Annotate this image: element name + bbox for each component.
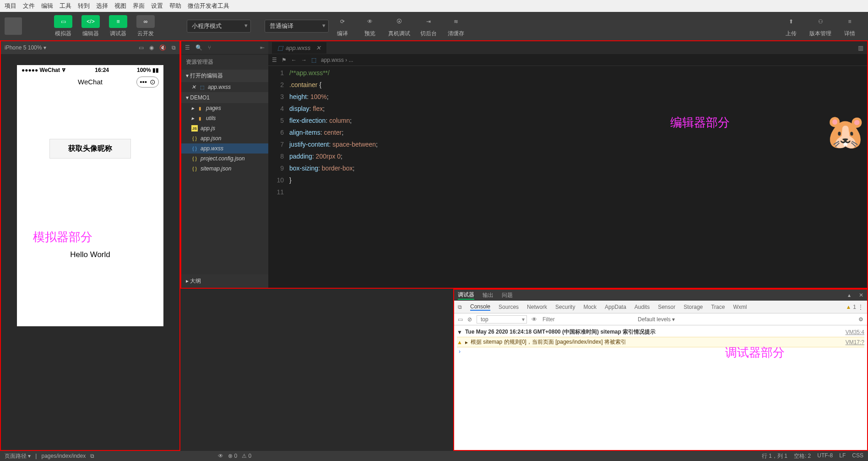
compile-button[interactable]: ⟳编译: [329, 15, 356, 38]
dbg-tab-调试器[interactable]: 调试器: [458, 291, 474, 300]
bookmark-icon[interactable]: ☰: [272, 57, 277, 63]
editor-toggle[interactable]: </>编辑器: [77, 15, 104, 38]
cloud-dev-button[interactable]: ∞云开发: [132, 15, 159, 38]
preview-button[interactable]: 👁预览: [356, 15, 384, 38]
upload-button[interactable]: ⬆上传: [777, 15, 805, 38]
close-tab-icon[interactable]: ✕: [316, 44, 321, 51]
language-mode[interactable]: CSS: [852, 452, 863, 460]
devtools-tab-sources[interactable]: Sources: [499, 304, 519, 310]
dbg-tab-输出[interactable]: 输出: [483, 291, 494, 299]
devtools-tab-appdata[interactable]: AppData: [605, 304, 626, 310]
annotation-simulator: 模拟器部分: [33, 229, 92, 245]
menu-设置[interactable]: 设置: [151, 2, 163, 10]
page-path[interactable]: pages/index/index: [41, 453, 86, 459]
devtools-icon[interactable]: ⧉: [458, 304, 462, 310]
capsule-menu[interactable]: •••⊙: [136, 77, 159, 88]
get-avatar-button[interactable]: 获取头像昵称: [49, 139, 131, 159]
devtools-tab-wxml[interactable]: Wxml: [733, 304, 747, 310]
nav-title: WeChat: [78, 78, 103, 86]
error-count[interactable]: ⊗ 0: [228, 453, 237, 459]
collapse-debugger-icon[interactable]: ▴: [848, 292, 851, 298]
code-editor[interactable]: ⬚app.wxss✕ ▥ ☰ ⚑ ← → ⬚ app.wxss › ... 12…: [268, 41, 867, 288]
tree-item-app.js[interactable]: JSapp.js: [181, 123, 268, 133]
devtools-tab-security[interactable]: Security: [555, 304, 575, 310]
remote-debug-button[interactable]: ⦿真机调试: [384, 15, 415, 38]
console-output[interactable]: ▼Tue May 26 2020 16:24:18 GMT+0800 (中国标准…: [454, 325, 867, 450]
bookmark2-icon[interactable]: ⚑: [282, 57, 287, 63]
devtools-tab-audits[interactable]: Audits: [635, 304, 650, 310]
tree-item-pages[interactable]: ▸ ▮pages: [181, 103, 268, 113]
cartoon-sticker: 🐹: [825, 112, 866, 151]
simulator-toggle[interactable]: ▭模拟器: [49, 15, 77, 38]
menu-微信开发者工具[interactable]: 微信开发者工具: [188, 2, 229, 10]
dbg-tab-问题[interactable]: 问题: [502, 291, 513, 299]
open-editors-section[interactable]: ▾ 打开的编辑器: [181, 70, 268, 82]
menu-项目[interactable]: 项目: [5, 2, 16, 10]
list-icon[interactable]: ☰: [185, 44, 190, 51]
popout-icon[interactable]: ⧉: [172, 44, 176, 51]
branch-icon[interactable]: ⑂: [208, 44, 211, 51]
clear-cache-button[interactable]: ≋清缓存: [442, 15, 470, 38]
user-avatar[interactable]: [5, 17, 22, 35]
tree-item-app.wxss[interactable]: { }app.wxss: [181, 143, 268, 154]
project-section[interactable]: ▾ DEMO1: [181, 92, 268, 103]
compile-select[interactable]: 普通编译: [265, 20, 329, 33]
hello-text: Hello World: [70, 250, 110, 259]
warning-badge[interactable]: ▲1 ⋮: [846, 304, 863, 310]
devtools-tab-console[interactable]: Console: [470, 303, 490, 311]
warning-count[interactable]: ⚠ 0: [242, 453, 251, 459]
devtools-tab-storage[interactable]: Storage: [684, 304, 703, 310]
filter-input[interactable]: [542, 315, 633, 324]
back-icon[interactable]: ←: [291, 57, 297, 63]
devtools-tab-mock[interactable]: Mock: [583, 304, 597, 310]
live-expr-icon[interactable]: 👁: [532, 316, 537, 323]
menu-转到[interactable]: 转到: [78, 2, 90, 10]
clear-console-icon[interactable]: ⊘: [467, 316, 472, 323]
eol-info[interactable]: LF: [839, 452, 846, 460]
menu-文件[interactable]: 文件: [23, 2, 35, 10]
menu-界面[interactable]: 界面: [133, 2, 145, 10]
tree-item-app.json[interactable]: { }app.json: [181, 133, 268, 143]
record-icon[interactable]: ◉: [149, 44, 154, 51]
details-button[interactable]: ≡详情: [836, 15, 863, 38]
context-select[interactable]: top: [477, 315, 527, 324]
tree-item-utils[interactable]: ▸ ▮utils: [181, 113, 268, 123]
menu-选择[interactable]: 选择: [96, 2, 108, 10]
split-editor-icon[interactable]: ▥: [858, 44, 863, 51]
page-path-label[interactable]: 页面路径 ▾: [5, 452, 31, 460]
outline-section[interactable]: ▸ 大纲: [181, 274, 268, 288]
background-button[interactable]: ⇥切后台: [415, 15, 442, 38]
devtools-tab-network[interactable]: Network: [527, 304, 547, 310]
tree-item-sitemap.json[interactable]: { }sitemap.json: [181, 164, 268, 174]
indent-info[interactable]: 空格: 2: [794, 452, 811, 460]
log-levels-select[interactable]: Default levels ▾: [638, 316, 675, 323]
debugger-panel: 调试器输出问题▴✕ ⧉ConsoleSourcesNetworkSecurity…: [453, 289, 868, 451]
menu-工具[interactable]: 工具: [60, 2, 71, 10]
tree-item-project.config.json[interactable]: { }project.config.json: [181, 154, 268, 164]
menu-视图[interactable]: 视图: [114, 2, 126, 10]
console-settings-icon[interactable]: ⚙: [858, 316, 863, 323]
battery-label: 100% ▮▮: [137, 67, 159, 73]
collapse-icon[interactable]: ⇤: [260, 44, 265, 51]
open-editor-file[interactable]: ✕⬚app.wxss: [181, 82, 268, 92]
mode-select[interactable]: 小程序模式: [187, 20, 251, 33]
editor-tab[interactable]: ⬚app.wxss✕: [272, 42, 326, 54]
devtools-tab-sensor[interactable]: Sensor: [658, 304, 675, 310]
breadcrumb[interactable]: app.wxss › ...: [321, 57, 353, 63]
toggle-sidebar-icon[interactable]: ▭: [458, 316, 463, 323]
mute-icon[interactable]: 🔇: [159, 44, 166, 51]
devtools-tab-trace[interactable]: Trace: [711, 304, 725, 310]
close-debugger-icon[interactable]: ✕: [859, 292, 863, 298]
copy-path-icon[interactable]: ⧉: [90, 453, 94, 459]
eye-icon[interactable]: 👁: [218, 453, 223, 459]
cursor-position[interactable]: 行 1，列 1: [762, 452, 787, 460]
version-mgmt-button[interactable]: ⚇版本管理: [805, 15, 836, 38]
debugger-toggle[interactable]: ≡调试器: [104, 15, 132, 38]
search-icon[interactable]: 🔍: [195, 44, 202, 51]
menu-编辑[interactable]: 编辑: [41, 2, 53, 10]
device-select[interactable]: iPhone 5 100% ▾: [5, 44, 46, 51]
encoding-info[interactable]: UTF-8: [817, 452, 833, 460]
menu-帮助[interactable]: 帮助: [169, 2, 181, 10]
fwd-icon[interactable]: →: [301, 57, 307, 63]
phone-icon[interactable]: ▭: [139, 44, 144, 51]
